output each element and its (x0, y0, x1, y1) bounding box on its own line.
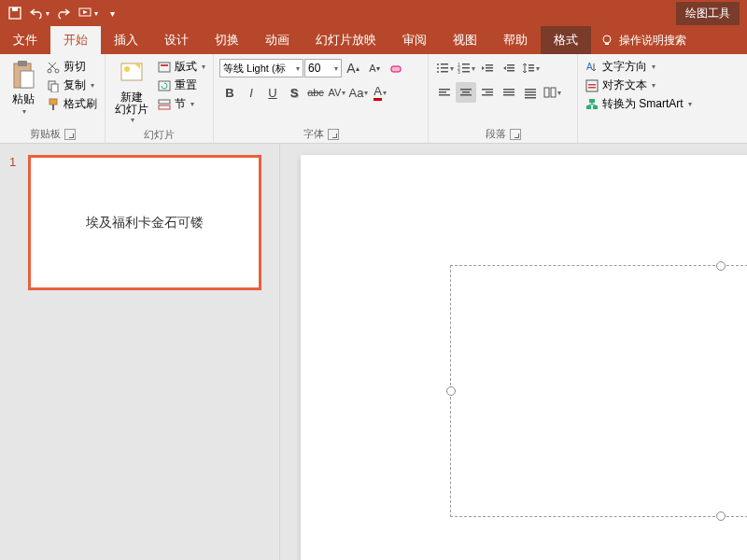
tab-design[interactable]: 设计 (151, 26, 202, 54)
qat-customize[interactable]: ▾ (101, 2, 123, 24)
tab-slideshow[interactable]: 幻灯片放映 (303, 26, 389, 54)
svg-rect-53 (503, 91, 514, 93)
dialog-launcher[interactable] (328, 129, 339, 140)
slide-canvas[interactable]: 埃 (280, 144, 747, 560)
tab-file[interactable]: 文件 (0, 26, 50, 54)
save-button[interactable] (4, 2, 26, 24)
dialog-launcher[interactable] (510, 129, 521, 140)
copy-icon (47, 79, 60, 92)
clipboard-icon (9, 60, 37, 91)
tell-me[interactable]: 操作说明搜索 (591, 26, 696, 54)
reset-button[interactable]: 重置 (156, 77, 207, 94)
cut-button[interactable]: 剪切 (45, 58, 99, 76)
change-case-button[interactable]: Aa▾ (348, 82, 369, 103)
layout-button[interactable]: 版式▾ (156, 58, 207, 76)
ribbon: 粘贴 ▾ 剪切 复制▾ 格式刷 剪贴板 新建 幻灯片 ▾ 版式▾ 重置 节▾ (0, 54, 747, 144)
justify-button[interactable] (499, 82, 519, 103)
tab-view[interactable]: 视图 (440, 26, 490, 54)
svg-rect-1 (12, 7, 18, 11)
distributed-button[interactable] (520, 82, 541, 103)
scissors-icon (47, 61, 60, 74)
tab-insert[interactable]: 插入 (101, 26, 151, 54)
align-center-button[interactable] (456, 82, 476, 103)
group-font: 等线 Light (标▾ 60▾ A▴ A▾ B I U S abc AV▾ A… (214, 54, 429, 143)
slide[interactable]: 埃 (301, 155, 747, 560)
svg-rect-58 (525, 97, 536, 99)
format-painter-button[interactable]: 格式刷 (45, 95, 99, 113)
char-spacing-button[interactable]: AV▾ (327, 82, 347, 103)
reset-icon (158, 79, 171, 92)
layout-icon (158, 61, 171, 74)
columns-button[interactable]: ▾ (542, 82, 562, 103)
strike-button[interactable]: abc (305, 82, 326, 103)
italic-button[interactable]: I (241, 82, 261, 103)
tell-me-label: 操作说明搜索 (619, 33, 686, 49)
copy-button[interactable]: 复制▾ (45, 77, 99, 94)
thumbnail-item[interactable]: 1 埃及福利卡金石可镂 (9, 155, 270, 290)
start-slideshow-button[interactable]: ▾ (77, 2, 99, 24)
redo-button[interactable] (52, 2, 75, 24)
align-right-button[interactable] (477, 82, 498, 103)
svg-rect-59 (544, 88, 549, 97)
tab-home[interactable]: 开始 (50, 26, 101, 54)
svg-rect-64 (588, 87, 596, 89)
svg-rect-67 (593, 105, 598, 109)
svg-rect-21 (391, 66, 401, 72)
font-size-combo[interactable]: 60▾ (304, 59, 342, 77)
svg-rect-36 (486, 70, 493, 72)
svg-point-22 (437, 63, 439, 65)
section-button[interactable]: 节▾ (156, 95, 207, 113)
svg-rect-19 (159, 100, 170, 104)
numbering-button[interactable]: 123▾ (456, 58, 476, 78)
grow-font-button[interactable]: A▴ (343, 58, 363, 78)
tab-animations[interactable]: 动画 (252, 26, 303, 54)
lightbulb-icon (600, 34, 613, 47)
svg-point-3 (603, 35, 611, 43)
new-slide-button[interactable]: 新建 幻灯片 ▾ (111, 58, 152, 126)
svg-text:A: A (586, 62, 593, 72)
group-label: 段落 (486, 127, 506, 141)
shadow-button[interactable]: S (284, 82, 304, 103)
slide-thumbnail[interactable]: 埃及福利卡金石可镂 (28, 155, 261, 290)
contextual-tab-label: 绘图工具 (676, 2, 740, 25)
slide-thumbnails-panel[interactable]: 1 埃及福利卡金石可镂 (0, 144, 280, 560)
svg-rect-45 (439, 94, 450, 96)
line-spacing-button[interactable]: ▾ (520, 58, 541, 78)
new-slide-icon (118, 60, 146, 91)
group-paragraph: ▾ 123▾ ▾ ▾ 段落 (429, 54, 578, 143)
svg-point-26 (437, 71, 439, 73)
svg-rect-42 (529, 70, 534, 72)
increase-indent-button[interactable] (499, 58, 519, 78)
svg-point-24 (437, 67, 439, 69)
shrink-font-button[interactable]: A▾ (364, 58, 385, 78)
svg-rect-44 (439, 91, 446, 93)
font-name-combo[interactable]: 等线 Light (标▾ (219, 59, 303, 77)
bullets-button[interactable]: ▾ (434, 58, 455, 78)
align-text-button[interactable]: 对齐文本▾ (584, 77, 694, 94)
tab-format[interactable]: 格式 (541, 26, 591, 54)
decrease-indent-button[interactable] (477, 58, 498, 78)
svg-rect-13 (52, 105, 54, 110)
paste-button[interactable]: 粘贴 ▾ (6, 58, 41, 118)
bold-button[interactable]: B (219, 82, 240, 103)
dialog-launcher[interactable] (64, 129, 76, 140)
svg-rect-31 (462, 67, 470, 69)
underline-button[interactable]: U (262, 82, 283, 103)
svg-rect-12 (49, 99, 57, 105)
text-direction-button[interactable]: A文字方向▾ (584, 58, 694, 76)
group-clipboard: 粘贴 ▾ 剪切 复制▾ 格式刷 剪贴板 (0, 54, 106, 143)
svg-rect-29 (462, 63, 470, 65)
font-color-button[interactable]: A▾ (370, 82, 390, 103)
undo-button[interactable]: ▾ (28, 2, 50, 24)
tab-review[interactable]: 审阅 (389, 26, 440, 54)
align-left-button[interactable] (434, 82, 455, 103)
svg-point-15 (124, 66, 130, 72)
clear-format-button[interactable] (386, 58, 406, 78)
svg-rect-66 (586, 105, 591, 109)
svg-rect-49 (482, 89, 493, 91)
svg-rect-25 (441, 67, 448, 69)
convert-smartart-button[interactable]: 转换为 SmartArt▾ (584, 95, 694, 113)
tab-transitions[interactable]: 切换 (202, 26, 252, 54)
title-textbox[interactable]: 埃 (450, 265, 747, 517)
tab-help[interactable]: 帮助 (490, 26, 541, 54)
